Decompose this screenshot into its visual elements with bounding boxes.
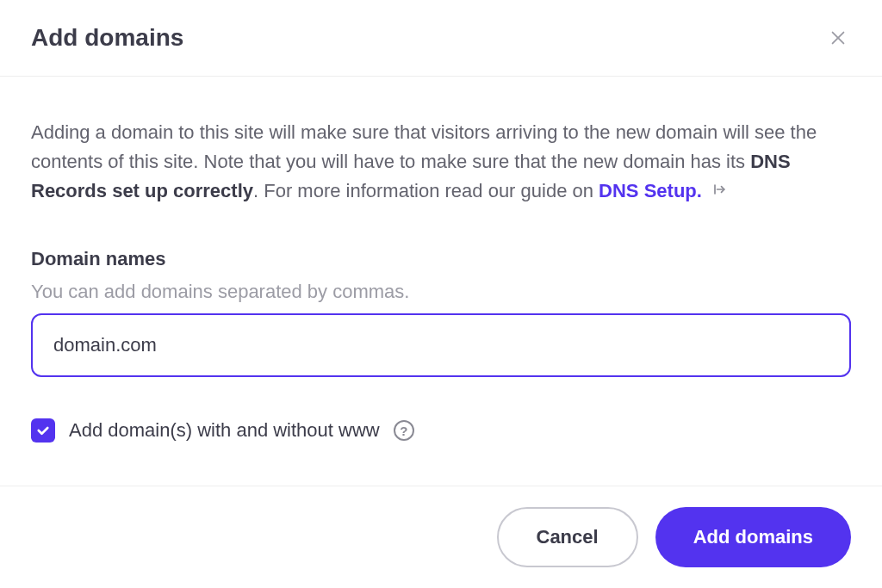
domain-names-hint: You can add domains separated by commas. <box>31 281 851 303</box>
modal-footer: Cancel Add domains <box>0 486 882 588</box>
help-icon[interactable]: ? <box>394 420 414 441</box>
www-checkbox-row: Add domain(s) with and without www ? <box>31 418 851 443</box>
modal-title: Add domains <box>31 24 183 52</box>
description-mid: . For more information read our guide on <box>253 180 599 201</box>
www-checkbox[interactable] <box>31 418 55 443</box>
domain-names-input[interactable] <box>31 313 851 377</box>
external-link-icon <box>711 177 728 207</box>
www-checkbox-label: Add domain(s) with and without www <box>69 419 380 442</box>
cancel-button[interactable]: Cancel <box>497 507 638 567</box>
close-button[interactable] <box>825 25 851 51</box>
modal-body: Adding a domain to this site will make s… <box>0 77 882 486</box>
description-prefix: Adding a domain to this site will make s… <box>31 121 817 172</box>
add-domains-modal: Add domains Adding a domain to this site… <box>0 0 882 588</box>
dns-setup-link[interactable]: DNS Setup. <box>599 180 702 201</box>
add-domains-button[interactable]: Add domains <box>655 507 851 567</box>
modal-header: Add domains <box>0 0 882 77</box>
description-text: Adding a domain to this site will make s… <box>31 118 851 207</box>
close-icon <box>829 28 848 47</box>
domain-names-label: Domain names <box>31 248 851 270</box>
check-icon <box>35 423 51 438</box>
